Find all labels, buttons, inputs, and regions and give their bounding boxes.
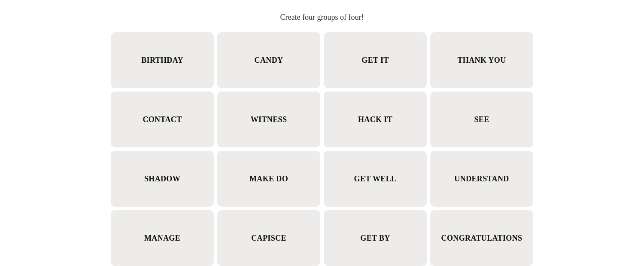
tile-witness[interactable]: WITNESS	[217, 92, 320, 147]
tile-make-do[interactable]: MAKE DO	[217, 151, 320, 207]
tile-label-witness: WITNESS	[246, 111, 292, 128]
tile-label-get-well: GET WELL	[350, 170, 401, 188]
tile-label-make-do: MAKE DO	[245, 170, 292, 188]
tile-label-birthday: BIRTHDAY	[137, 52, 188, 69]
tile-candy[interactable]: CANDY	[217, 32, 320, 88]
tile-birthday[interactable]: BIRTHDAY	[111, 32, 214, 88]
tile-hack-it[interactable]: HACK IT	[324, 92, 427, 147]
word-grid: BIRTHDAYCANDYGET ITTHANK YOUCONTACTWITNE…	[111, 32, 533, 266]
tile-label-thank-you: THANK YOU	[453, 52, 510, 69]
tile-label-shadow: SHADOW	[140, 170, 185, 188]
tile-label-see: SEE	[470, 111, 493, 128]
tile-congratulations[interactable]: CONGRATULATIONS	[430, 210, 533, 266]
tile-thank-you[interactable]: THANK YOU	[430, 32, 533, 88]
tile-label-hack-it: HACK IT	[354, 111, 397, 128]
tile-contact[interactable]: CONTACT	[111, 92, 214, 147]
tile-label-contact: CONTACT	[138, 111, 186, 128]
tile-shadow[interactable]: SHADOW	[111, 151, 214, 207]
tile-capisce[interactable]: CAPISCE	[217, 210, 320, 266]
tile-get-well[interactable]: GET WELL	[324, 151, 427, 207]
tile-label-congratulations: CONGRATULATIONS	[437, 229, 527, 247]
tile-manage[interactable]: MANAGE	[111, 210, 214, 266]
tile-label-manage: MANAGE	[140, 229, 185, 247]
tile-label-candy: CANDY	[250, 52, 288, 69]
tile-see[interactable]: SEE	[430, 92, 533, 147]
tile-label-get-by: GET BY	[356, 229, 394, 247]
tile-get-by[interactable]: GET BY	[324, 210, 427, 266]
tile-label-get-it: GET IT	[357, 52, 393, 69]
tile-get-it[interactable]: GET IT	[324, 32, 427, 88]
page-title: Create four groups of four!	[280, 13, 364, 22]
tile-label-understand: UNDERSTAND	[450, 170, 513, 188]
tile-understand[interactable]: UNDERSTAND	[430, 151, 533, 207]
tile-label-capisce: CAPISCE	[247, 229, 291, 247]
